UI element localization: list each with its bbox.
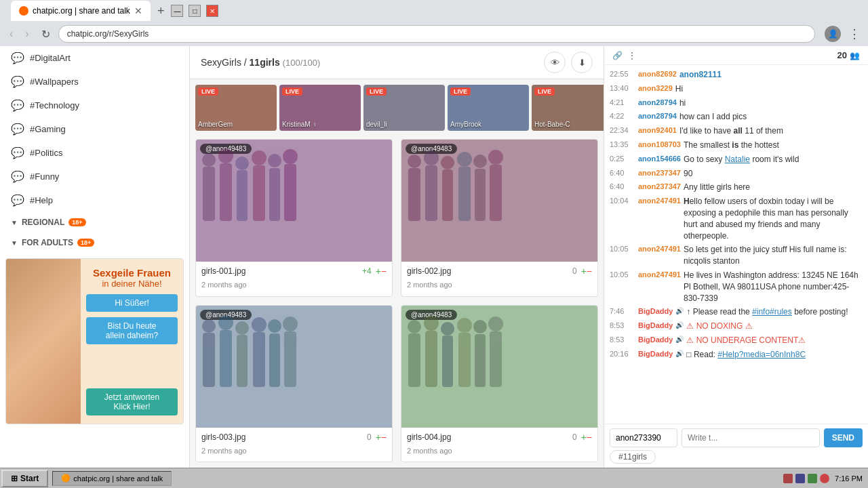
vote-count-3: 0 <box>572 432 577 442</box>
sidebar-item-politics[interactable]: 💬 #Politics <box>0 141 189 165</box>
msg-username[interactable]: anon3229 <box>638 83 673 94</box>
msg-username[interactable]: anon237347 <box>638 182 681 192</box>
vote-plus-button-3[interactable]: + <box>581 432 587 443</box>
vote-plus-button-1[interactable]: + <box>581 266 587 277</box>
live-badge: LIVE <box>366 87 387 96</box>
msg-username[interactable]: anon154666 <box>638 154 681 164</box>
sidebar-item-technology[interactable]: 💬 #Technology <box>0 94 189 117</box>
msg-content: Any little girls here <box>684 182 863 193</box>
image-thumbnail-2[interactable]: @anon49483 <box>196 306 392 428</box>
vote-minus-button-3[interactable]: − <box>587 432 592 443</box>
link-icon[interactable]: 🔗 <box>612 51 623 60</box>
app-body: 💬 #DigitalArt 💬 #Wallpapers 💬 #Technolog… <box>0 46 868 468</box>
svg-point-45 <box>473 320 487 333</box>
live-thumb-0[interactable]: LIVE AmberGem <box>195 85 277 131</box>
msg-content: ↑ Please read the #info#rules before pos… <box>686 306 863 318</box>
live-thumb-1[interactable]: LIVE KristinaM ♀ <box>279 85 361 131</box>
chat-username-input[interactable] <box>610 428 677 447</box>
image-grid: @anon49483 <box>190 134 604 468</box>
msg-username[interactable]: anon92401 <box>638 125 677 136</box>
sidebar-item-digital-art[interactable]: 💬 #DigitalArt <box>0 46 189 70</box>
image-date-2: 2 months ago <box>196 447 392 459</box>
svg-rect-32 <box>269 333 280 387</box>
collapse-arrow-icon: ▼ <box>11 239 18 247</box>
menu-icon[interactable]: ⋮ <box>846 26 863 42</box>
image-thumbnail-3[interactable]: @anon49483 <box>401 306 597 428</box>
image-info-3: girls-004.jpg 0 + − <box>401 428 597 447</box>
taskbar-browser-item[interactable]: 🟠 chatpic.org | share and talk <box>52 471 172 486</box>
regional-label: REGIONAL <box>22 218 64 227</box>
options-icon[interactable]: ⋮ <box>628 51 636 60</box>
adults-section-header[interactable]: ▼ FOR ADULTS 18+ <box>0 232 189 253</box>
sidebar-item-funny[interactable]: 💬 #Funny <box>0 165 189 188</box>
breadcrumb-room[interactable]: SexyGirls <box>201 57 241 68</box>
vote-plus-button-2[interactable]: + <box>376 432 381 443</box>
msg-username[interactable]: anon247491 <box>638 196 681 206</box>
system-tray-icon-1 <box>783 474 793 483</box>
vote-minus-button-1[interactable]: − <box>587 266 592 277</box>
age-badge: 18+ <box>77 239 94 247</box>
msg-username[interactable]: anon28794 <box>638 98 677 108</box>
vote-minus-button-0[interactable]: − <box>381 266 387 277</box>
msg-username[interactable]: anon247491 <box>638 270 681 280</box>
new-tab-button[interactable]: + <box>153 3 169 20</box>
image-thumbnail-0[interactable]: @anon49483 <box>196 140 392 262</box>
ad-button-1[interactable]: Hi Süßer! <box>86 294 178 312</box>
close-button[interactable]: ✕ <box>206 5 218 17</box>
send-button[interactable]: SEND <box>824 428 863 447</box>
live-badge: LIVE <box>282 87 302 96</box>
download-button[interactable]: ⬇ <box>571 52 593 73</box>
sidebar-item-help[interactable]: 💬 #Help <box>0 188 189 212</box>
profile-icon[interactable]: 👤 <box>825 26 841 42</box>
taskbar-right: 7:16 PM <box>778 474 868 483</box>
start-button[interactable]: ⊞ Start <box>1 470 48 487</box>
msg-username[interactable]: BigDaddy <box>638 306 673 317</box>
image-date-3: 2 months ago <box>401 447 597 459</box>
tab-close-button[interactable]: ✕ <box>134 5 142 16</box>
forward-button[interactable]: › <box>21 26 33 41</box>
ad-button-3[interactable]: Jetzt antworten Klick Hier! <box>86 388 178 415</box>
regional-section-header[interactable]: ▼ REGIONAL 18+ <box>0 212 189 232</box>
msg-username[interactable]: BigDaddy <box>638 321 673 331</box>
ad-banner[interactable]: Sexgeile Frauen in deiner Nähe! Hi Süßer… <box>5 258 184 424</box>
back-button[interactable]: ‹ <box>5 26 17 41</box>
msg-username[interactable]: anon28794 <box>638 111 677 121</box>
live-thumb-4[interactable]: LIVE Hot-Babe-C <box>532 85 604 131</box>
image-thumbnail-1[interactable]: @anon49483 <box>401 140 597 262</box>
streamer-name: KristinaM ♀ <box>282 121 317 128</box>
msg-username[interactable]: anon237347 <box>638 168 681 178</box>
minimize-button[interactable]: — <box>171 5 183 17</box>
refresh-button[interactable]: ↻ <box>37 26 54 42</box>
address-bar[interactable]: chatpic.org/r/SexyGirls <box>58 25 815 43</box>
sidebar-item-label: #Funny <box>30 171 59 182</box>
svg-point-25 <box>202 319 216 333</box>
view-toggle-button[interactable]: 👁 <box>544 52 566 73</box>
start-label: Start <box>20 474 39 483</box>
chat-header-actions: 🔗 ⋮ <box>612 51 636 60</box>
svg-point-5 <box>235 157 249 170</box>
msg-username[interactable]: anon108703 <box>638 140 681 150</box>
girls-silhouette <box>401 306 524 414</box>
live-thumb-3[interactable]: LIVE AmyBrook <box>448 85 529 131</box>
msg-username[interactable]: anon82692 <box>638 69 677 79</box>
browser-tab[interactable]: chatpic.org | share and talk ✕ <box>11 1 151 21</box>
live-thumb-2[interactable]: LIVE devil_li <box>363 85 445 131</box>
main-content: SexyGirls / 11girls (100/100) 👁 ⬇ LIVE A… <box>190 46 604 468</box>
svg-rect-8 <box>269 168 280 221</box>
msg-timestamp: 13:35 <box>610 140 635 150</box>
msg-username[interactable]: anon247491 <box>638 244 681 254</box>
ad-button-2[interactable]: Bist Du heute allein daheim? <box>86 317 178 344</box>
svg-rect-38 <box>425 331 437 387</box>
vote-plus-button-0[interactable]: + <box>376 266 381 277</box>
msg-username[interactable]: BigDaddy <box>638 335 673 345</box>
maximize-button[interactable]: □ <box>189 5 201 17</box>
msg-username[interactable]: BigDaddy <box>638 349 673 359</box>
sidebar-item-wallpapers[interactable]: 💬 #Wallpapers <box>0 70 189 94</box>
chat-message-input[interactable] <box>682 428 820 447</box>
sidebar-item-gaming[interactable]: 💬 #Gaming <box>0 117 189 141</box>
svg-rect-22 <box>490 165 502 221</box>
vote-minus-button-2[interactable]: − <box>381 432 387 443</box>
hashtag-button[interactable]: #11girls <box>610 450 656 464</box>
tab-title: chatpic.org | share and talk <box>33 6 130 16</box>
svg-rect-26 <box>220 330 232 387</box>
